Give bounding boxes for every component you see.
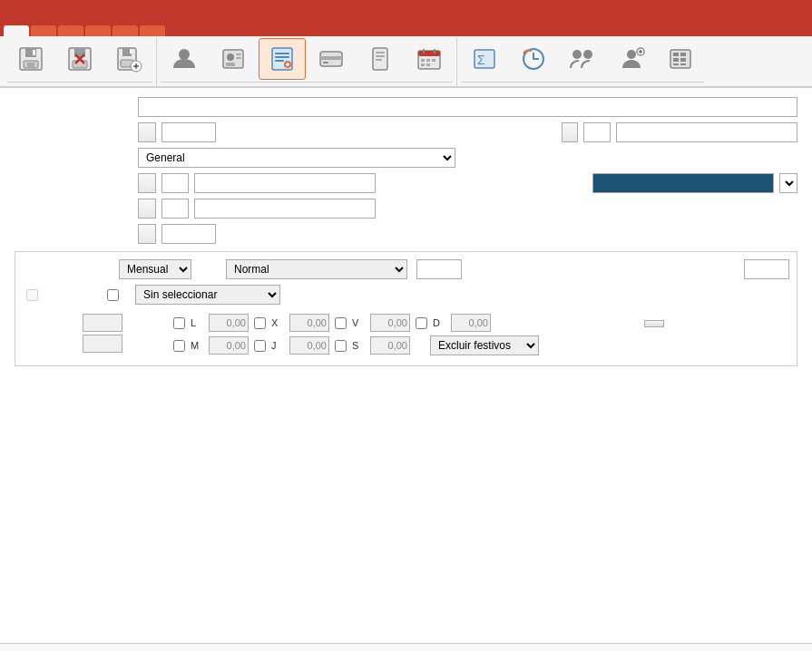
tab-contratos[interactable] (58, 25, 83, 36)
svg-rect-61 (680, 63, 686, 65)
d-checkbox[interactable] (416, 317, 427, 329)
svg-point-17 (179, 49, 190, 60)
grupo-name-input[interactable] (194, 199, 376, 219)
ir-calendario-button[interactable] (644, 320, 664, 327)
departamento-button[interactable] (562, 122, 578, 142)
convenio-button[interactable] (138, 173, 156, 193)
svg-rect-31 (320, 56, 342, 60)
reduccion-checkbox[interactable] (107, 289, 119, 301)
save-new-icon (113, 43, 145, 75)
categoria-select[interactable] (779, 173, 797, 193)
tab-trabajador[interactable] (4, 25, 29, 36)
j-checkbox[interactable] (254, 340, 266, 352)
grupo-row (15, 199, 797, 219)
embargos-button[interactable] (357, 38, 404, 80)
tab-navigation (0, 25, 812, 36)
categoria-input[interactable] (592, 173, 774, 193)
s-checkbox[interactable] (335, 340, 347, 352)
svg-point-19 (227, 53, 234, 61)
cotizar-checkbox-label[interactable] (26, 289, 42, 301)
guardar-nuevo-button[interactable] (105, 38, 152, 80)
svg-rect-43 (432, 59, 435, 62)
m-checkbox[interactable] (173, 340, 185, 352)
num-horas-input[interactable] (83, 335, 122, 353)
jornada-forma-row: Mensual Normal Parcial Completa (23, 259, 789, 279)
d-label: D (433, 317, 445, 328)
num-dias-row (23, 314, 159, 332)
dias-horas-section (23, 310, 159, 358)
l-checkbox[interactable] (173, 317, 185, 329)
tab-conceptos[interactable] (85, 25, 111, 36)
svg-rect-3 (27, 63, 34, 67)
codigo-button[interactable] (138, 224, 156, 244)
codigo-input[interactable] (161, 224, 216, 244)
personal-icon (217, 43, 249, 75)
incluir-select[interactable]: Excluir festivos (430, 335, 539, 355)
svg-text:Σ: Σ (477, 53, 485, 67)
personal-button[interactable] (210, 38, 257, 80)
tab-irpf[interactable] (31, 25, 56, 36)
departamento-name-input[interactable] (616, 122, 797, 142)
svg-rect-34 (376, 52, 385, 53)
ribbon-group-mostrar (157, 38, 457, 86)
tab-nominas[interactable] (113, 25, 138, 36)
centro-button[interactable] (138, 122, 156, 142)
svg-rect-4 (33, 50, 35, 55)
centro-input[interactable] (161, 122, 216, 142)
l-input[interactable] (209, 314, 249, 332)
descripcion-row (15, 97, 797, 117)
departamento-num-input[interactable] (583, 122, 611, 142)
horas-jornada-input[interactable] (744, 259, 789, 279)
calendario-button[interactable] (406, 38, 453, 80)
svg-rect-59 (680, 58, 686, 62)
num-dias-input[interactable] (83, 314, 122, 332)
x-input[interactable] (289, 314, 329, 332)
forma-cobro-button[interactable] (308, 38, 355, 80)
svg-rect-24 (275, 53, 289, 54)
svg-rect-22 (236, 57, 241, 59)
forma-cobro-select[interactable]: Mensual (119, 259, 191, 279)
cambio-jornada-button[interactable] (559, 38, 606, 80)
utilidades-button[interactable] (657, 38, 704, 80)
convenio-num-input[interactable] (161, 173, 189, 193)
convenio-name-input[interactable] (194, 173, 376, 193)
d-input[interactable] (451, 314, 491, 332)
centro-row (15, 122, 797, 142)
x-checkbox[interactable] (254, 317, 266, 329)
reduccion-checkbox-label[interactable] (107, 289, 122, 301)
v-input[interactable] (370, 314, 410, 332)
reduccion-select[interactable]: Sin seleccionar (135, 285, 280, 305)
cotizar-checkbox[interactable] (26, 289, 38, 301)
jornada-section: Mensual Normal Parcial Completa (15, 251, 797, 366)
s-label: S (352, 340, 365, 351)
forma-cobro-icon (315, 43, 347, 75)
recalcular-button[interactable] (510, 38, 557, 80)
s-input[interactable] (370, 336, 410, 355)
general-button[interactable] (161, 38, 208, 80)
svg-rect-60 (673, 63, 679, 65)
finiquito-button[interactable]: Σ (461, 38, 508, 80)
situacion-button[interactable] (259, 38, 306, 80)
tipo-jornada-select[interactable]: Normal Parcial Completa (226, 259, 407, 279)
j-label: J (271, 340, 284, 351)
cambio-jornada-icon (566, 43, 599, 75)
l-label: L (191, 317, 203, 328)
eliminar-button[interactable] (56, 38, 103, 80)
calendario-icon (413, 43, 445, 75)
tab-resumen[interactable] (140, 25, 165, 36)
descripcion-input[interactable] (138, 97, 797, 117)
general-icon (168, 43, 201, 75)
grupo-num-input[interactable] (161, 199, 189, 219)
mas-opciones-button[interactable] (608, 38, 655, 80)
guardar-cerrar-button[interactable] (7, 38, 54, 80)
v-checkbox[interactable] (335, 317, 347, 329)
forma-cotizacion-select[interactable]: General (138, 148, 455, 168)
m-input[interactable] (209, 336, 249, 355)
grupo-button[interactable] (138, 199, 156, 219)
horas-tipo-input[interactable] (416, 259, 462, 279)
j-input[interactable] (289, 336, 329, 355)
svg-rect-57 (680, 53, 686, 56)
finiquito-icon: Σ (468, 43, 501, 75)
semana-section: L X V D M J (173, 310, 630, 355)
svg-rect-26 (275, 60, 284, 62)
